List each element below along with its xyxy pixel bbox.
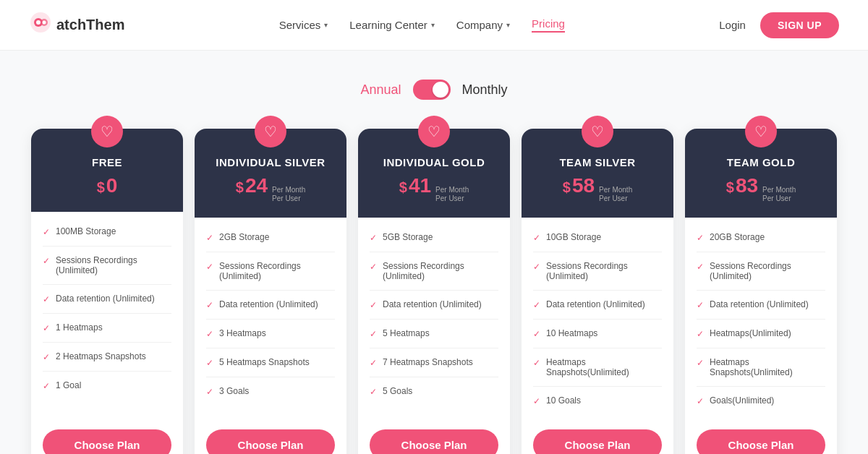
plan-card-free: FREE $ 0 ✓ 100MB Storage ✓ Sessions Reco… [31,129,183,454]
check-icon: ✓ [370,387,377,397]
check-icon: ✓ [533,358,540,368]
check-icon: ✓ [370,233,377,243]
price-amount: 24 [245,174,268,197]
plan-card-team-gold: TEAM GOLD $ 83 Per MonthPer User ✓ 20GB … [685,129,837,454]
choose-plan-button[interactable]: Choose Plan [533,429,662,454]
toggle-thumb [433,82,448,98]
nav-pricing[interactable]: Pricing [532,17,565,33]
login-button[interactable]: Login [719,19,746,31]
plan-badge [418,116,450,147]
nav-company[interactable]: Company ▾ [456,19,510,31]
check-icon: ✓ [206,387,213,397]
check-icon: ✓ [697,300,704,310]
feature-text: 3 Goals [219,386,249,396]
billing-toggle-switch[interactable] [413,80,451,100]
feature-item: ✓ 1 Heatmaps [43,322,171,343]
plan-name: TEAM GOLD [699,156,822,168]
plan-period: Per MonthPer User [762,186,796,203]
feature-text: Data retention (Unlimited) [383,299,482,309]
feature-item: ✓ 7 Heatmaps Snapshots [370,357,498,377]
choose-plan-button[interactable]: Choose Plan [370,429,498,454]
plan-name: TEAM SILVER [536,156,659,168]
feature-text: Sessions Recordings (Unlimited) [219,261,335,281]
plan-header: INDIVIDUAL SILVER $ 24 Per MonthPer User [195,129,346,218]
feature-item: ✓ 5 Goals [370,386,498,406]
currency-symbol: $ [236,179,244,196]
plan-body: ✓ 10GB Storage ✓ Sessions Recordings (Un… [522,218,673,429]
check-icon: ✓ [206,233,213,243]
plan-price: $ 24 Per MonthPer User [209,174,332,203]
feature-text: 10GB Storage [546,232,601,242]
check-icon: ✓ [697,329,704,339]
nav-services[interactable]: Services ▾ [279,19,328,31]
check-icon: ✓ [533,233,540,243]
feature-text: 100MB Storage [56,226,116,236]
feature-item: ✓ Heatmaps Snapshots(Unlimited) [533,357,662,387]
plan-header: TEAM SILVER $ 58 Per MonthPer User [522,129,673,218]
feature-text: 10 Heatmaps [546,328,597,338]
feature-text: Goals(Unlimited) [710,395,774,406]
check-icon: ✓ [370,358,377,368]
logo-text: atchThem [56,17,124,33]
annual-label: Annual [360,82,401,98]
plan-period: Per MonthPer User [272,186,305,203]
feature-item: ✓ Sessions Recordings (Unlimited) [43,255,171,285]
logo-icon [29,11,52,39]
plan-name: INDIVIDUAL GOLD [373,156,495,168]
check-icon: ✓ [697,358,704,368]
check-icon: ✓ [370,300,377,310]
nav-actions: Login SIGN UP [719,12,839,38]
chevron-down-icon: ▾ [506,21,510,29]
check-icon: ✓ [206,329,213,339]
check-icon: ✓ [533,300,540,310]
plan-name: FREE [46,156,169,168]
feature-text: Heatmaps Snapshots(Unlimited) [710,357,825,377]
feature-item: ✓ 20GB Storage [697,232,825,252]
feature-item: ✓ 3 Heatmaps [206,328,335,348]
feature-item: ✓ 5 Heatmaps Snapshots [206,357,335,377]
header: atchThem Services ▾ Learning Center ▾ Co… [0,0,868,51]
feature-item: ✓ 10 Heatmaps [533,328,662,348]
feature-text: 10 Goals [546,395,581,406]
plan-header: FREE $ 0 [31,129,183,212]
feature-text: 3 Heatmaps [219,328,266,338]
feature-text: Sessions Recordings (Unlimited) [383,261,498,281]
feature-text: Sessions Recordings (Unlimited) [56,255,171,275]
choose-plan-button[interactable]: Choose Plan [206,429,335,454]
plan-header: INDIVIDUAL GOLD $ 41 Per MonthPer User [358,129,510,218]
main-content: Annual Monthly FREE $ 0 ✓ 100MB Storage [0,51,868,454]
plan-price: $ 0 [46,174,169,197]
feature-item: ✓ 2 Heatmaps Snapshots [43,351,171,372]
signup-button[interactable]: SIGN UP [760,12,839,38]
feature-text: 5GB Storage [383,232,433,242]
check-icon: ✓ [533,262,540,272]
feature-item: ✓ 2GB Storage [206,232,335,252]
plan-name: INDIVIDUAL SILVER [209,156,332,168]
feature-text: 2GB Storage [219,232,269,242]
plan-period: Per MonthPer User [435,186,469,203]
logo[interactable]: atchThem [29,11,124,39]
plan-body: ✓ 5GB Storage ✓ Sessions Recordings (Unl… [358,218,510,429]
toggle-track [413,80,451,100]
feature-text: Data retention (Unlimited) [710,299,809,309]
plan-body: ✓ 100MB Storage ✓ Sessions Recordings (U… [31,212,183,429]
currency-symbol: $ [399,179,407,196]
feature-text: 7 Heatmaps Snapshots [383,357,473,367]
feature-text: 2 Heatmaps Snapshots [56,351,146,361]
price-amount: 83 [736,174,758,197]
feature-text: Heatmaps(Unlimited) [710,328,791,338]
feature-text: 5 Heatmaps Snapshots [219,357,310,367]
check-icon: ✓ [206,358,213,368]
choose-plan-button[interactable]: Choose Plan [43,429,171,454]
choose-plan-button[interactable]: Choose Plan [697,429,825,454]
feature-item: ✓ 5 Heatmaps [370,328,498,348]
plan-header: TEAM GOLD $ 83 Per MonthPer User [685,129,837,218]
check-icon: ✓ [533,396,540,406]
nav-learning-center[interactable]: Learning Center ▾ [349,19,435,31]
plan-price: $ 83 Per MonthPer User [699,174,822,203]
check-icon: ✓ [370,329,377,339]
check-icon: ✓ [533,329,540,339]
feature-text: Sessions Recordings (Unlimited) [546,261,662,281]
currency-symbol: $ [726,179,734,196]
feature-text: 20GB Storage [710,232,765,242]
